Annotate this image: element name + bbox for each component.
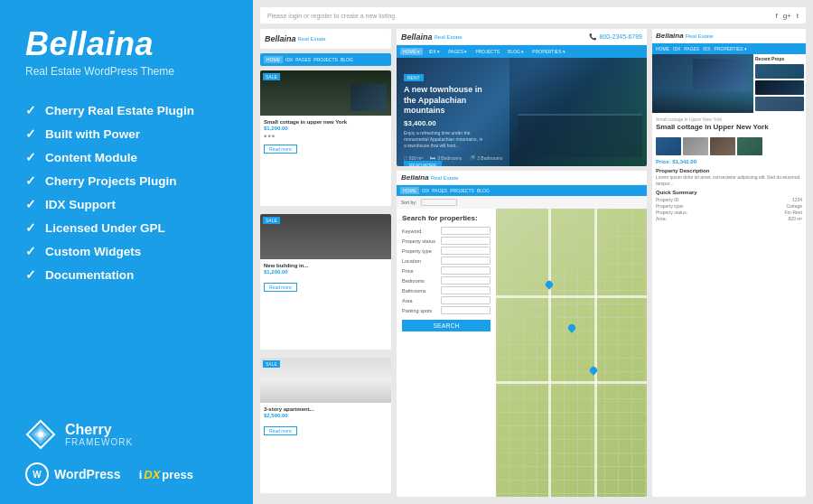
nav-idx-hero[interactable]: IDX ▾ [425,48,443,55]
nav-projects[interactable]: PROJECTS [313,57,338,62]
map-grid [496,209,647,497]
parking-label: Parking spots [402,308,438,313]
nav-pages[interactable]: PAGES [295,57,311,62]
snav-idx[interactable]: IDX [422,188,429,193]
bedrooms-input[interactable] [441,276,491,285]
listing-image-2: SALE [260,214,391,259]
field-status: Property status [402,237,491,245]
nav-properties-hero[interactable]: PROPERTIES ▾ [529,48,568,55]
hero-re: Real Estate [435,34,463,40]
nav-projects-hero[interactable]: PROJECTS [472,48,502,55]
listing-badge-3: SALE [263,360,280,368]
gallery-thumb-4[interactable] [737,137,762,155]
snav-projects[interactable]: PROJECTS [450,188,474,193]
parking-input[interactable] [441,306,491,314]
price-input[interactable] [441,266,491,275]
recent-prop-1[interactable] [755,64,804,79]
bottom-logos: W WordPress i DX press [25,462,228,486]
summary-label-id: Property ID: [656,197,680,202]
gallery-thumb-3[interactable] [710,137,735,155]
list-item: ✓ Content Module [25,150,228,164]
bathrooms-input[interactable] [441,286,491,294]
search-brand: Bellaina [401,173,429,182]
small-screenshot-header: Bellaina Real Estate [260,29,391,49]
recent-prop-3[interactable] [755,97,804,111]
dnav-projects[interactable]: IDX [703,46,710,51]
check-icon: ✓ [25,150,36,164]
logos-section: Cherry Framework W WordPress i DX press [25,419,228,486]
twitter-icon[interactable]: t [797,12,799,20]
listing-title-2: New building in... [264,263,388,268]
nav-blog-hero[interactable]: BLOG ▾ [505,48,527,55]
field-type: Property type [402,247,491,255]
nav-blog[interactable]: BLOG [341,57,353,62]
road-v2 [594,209,597,497]
snav-blog[interactable]: BLOG [477,188,490,193]
read-more-btn-3[interactable]: Read more [264,426,297,435]
gplus-icon[interactable]: g+ [783,12,791,20]
nav-pages-hero[interactable]: PAGES ▾ [445,48,470,55]
listing-card-2: SALE New building in... $1,200.00 Read m… [260,214,391,350]
list-item: ✓ IDX Support [25,197,228,211]
road-v1 [548,209,551,497]
nav-bar-small: HOME IDX PAGES PROJECTS BLOG [260,53,391,66]
field-price: Price [402,266,491,275]
search-header: Bellaina Real Estate [397,171,647,185]
summary-label-status: Property status: [656,210,687,215]
area-icon: □ [404,155,407,161]
recent-prop-2[interactable] [755,80,804,95]
road-h1 [496,295,647,298]
bath-icon: 🚿 [469,154,475,161]
summary-label-area: Area: [656,216,667,221]
cherry-diamond-icon [25,419,56,450]
detail-header: Bellaina Real Estate [652,29,806,43]
search-button[interactable]: SEARCH [402,320,491,331]
sort-bar: Sort by: [397,196,647,209]
photo-gallery [652,135,806,157]
nav-home[interactable]: HOME [264,56,283,63]
location-label: Location [402,258,438,264]
summary-rows: Property ID: 1234 Property type: Cottage… [652,197,806,221]
keyword-input[interactable] [441,227,491,235]
snav-home[interactable]: HOME [400,187,419,194]
detail-price: Price: $1,342.00 [652,157,806,166]
wordpress-logo: W WordPress [25,462,121,486]
detail-image-section: Recent Props [652,54,806,113]
nav-idx[interactable]: IDX [285,57,293,62]
hero-screenshot: Bellaina Real Estate 📞 800-2345-6789 HOM… [397,29,647,166]
listing-title-1: Small cottage in upper new York [264,119,388,125]
list-item: ✓ Built with Power [25,126,228,141]
facebook-icon[interactable]: f [775,12,777,20]
read-more-btn-1[interactable]: Read more [264,145,297,154]
summary-label-type: Property type: [656,203,684,209]
dnav-pages[interactable]: PAGES [684,46,699,51]
type-input[interactable] [441,247,491,255]
bed-icon: 🛏 [430,155,435,161]
nav-home-hero[interactable]: HOME ▾ [400,48,423,55]
bedrooms-label: Bedrooms [402,278,438,284]
gallery-thumb-2[interactable] [683,137,708,155]
read-more-hero-btn[interactable]: READ MORE [404,161,442,166]
dnav-properties[interactable]: PROPERTIES ▾ [715,46,748,51]
sort-select[interactable] [421,199,457,206]
type-label: Property type [402,248,438,254]
dnav-idx[interactable]: IDX [673,46,680,51]
field-parking: Parking spots [402,306,491,314]
hero-phone-area: 📞 800-2345-6789 [589,33,643,41]
map-section [496,209,647,497]
status-input[interactable] [441,237,491,245]
dnav-home[interactable]: HOME [656,46,669,51]
summary-row-id: Property ID: 1234 [656,197,802,202]
recent-label: Recent Props [755,56,804,61]
read-more-btn-2[interactable]: Read more [264,283,297,292]
area-input[interactable] [441,296,491,304]
snav-pages[interactable]: PAGES [432,188,447,193]
detail-brand: Bellaina [656,32,684,40]
location-input[interactable] [441,257,491,265]
gallery-thumb-1[interactable] [656,137,681,155]
listing-info-1: Small cottage in upper new York $1,200.0… [260,116,391,158]
search-re: Real Estate [431,175,459,181]
left-screenshots-column: Bellaina Real Estate HOME IDX PAGES PROJ… [260,29,391,497]
area-field-label: Area [402,298,438,303]
phone-icon: 📞 [589,33,597,41]
